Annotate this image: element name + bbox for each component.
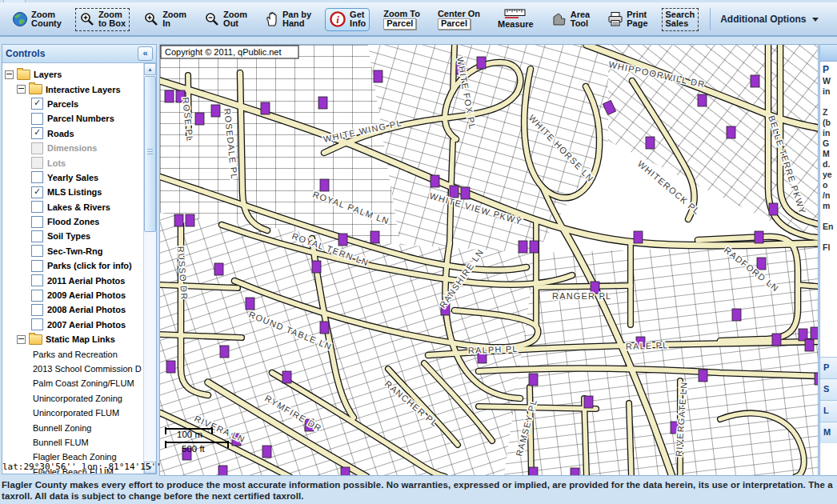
static-link-2013-school-commission-d[interactable]: 2013 School Commission D xyxy=(2,362,143,376)
mls-parcel[interactable] xyxy=(220,346,229,358)
mls-parcel[interactable] xyxy=(727,126,735,138)
search-sales-button[interactable]: SearchSales xyxy=(662,8,699,31)
collapse-panel-button[interactable]: « xyxy=(138,46,153,61)
layer-item-yearly-sales[interactable]: Yearly Sales xyxy=(2,170,143,185)
checkbox-unchecked[interactable] xyxy=(31,113,43,125)
tree-folder-interactive-layers[interactable]: Interactive Layers xyxy=(2,82,143,96)
additional-options-menu[interactable]: Additional Options xyxy=(720,14,818,25)
print-page-button[interactable]: PrintPage xyxy=(603,8,651,31)
layer-item-mls-listings[interactable]: MLS Listings xyxy=(2,185,143,199)
mls-parcel[interactable] xyxy=(186,214,194,226)
mls-parcel[interactable] xyxy=(584,396,593,408)
layer-item-parcels[interactable]: Parcels xyxy=(2,97,143,111)
mls-parcel[interactable] xyxy=(461,187,470,199)
mls-parcel[interactable] xyxy=(519,241,527,253)
layer-item-2007-aerial-photos[interactable]: 2007 Aerial Photos xyxy=(2,318,143,332)
collapse-minus-icon[interactable] xyxy=(5,70,14,79)
mls-parcel[interactable] xyxy=(477,57,486,69)
mls-parcel[interactable] xyxy=(529,467,538,475)
mls-parcel[interactable] xyxy=(815,373,818,385)
mls-parcel[interactable] xyxy=(755,231,763,243)
mls-parcel[interactable] xyxy=(341,467,350,475)
mls-parcel[interactable] xyxy=(769,203,778,215)
mls-parcel[interactable] xyxy=(320,179,329,191)
static-link-palm-coast-zoning-flum[interactable]: Palm Coast Zoning/FLUM xyxy=(2,376,143,390)
zoom-in-button[interactable]: ZoomIn xyxy=(139,8,190,31)
static-link-unincorporated-zoning[interactable]: Unincorporated Zoning xyxy=(2,391,143,406)
mls-parcel[interactable] xyxy=(166,361,175,373)
layer-item-2011-aerial-photos[interactable]: 2011 Aerial Photos xyxy=(2,273,143,287)
layer-item-sec-twn-rng[interactable]: Sec-Twn-Rng xyxy=(2,244,143,258)
collapse-minus-icon[interactable] xyxy=(17,85,26,94)
layer-item-lots[interactable]: Lots xyxy=(2,155,143,170)
checkbox-unchecked[interactable] xyxy=(31,171,43,183)
mls-parcel[interactable] xyxy=(262,446,271,458)
mls-parcel[interactable] xyxy=(732,309,741,321)
sidebar-scrollbar[interactable]: ▲ ▼ xyxy=(143,63,156,474)
checkbox-unchecked[interactable] xyxy=(31,245,43,257)
layer-item-2009-aerial-photos[interactable]: 2009 Aerial Photos xyxy=(2,288,143,302)
layer-item-parcel-numbers[interactable]: Parcel Numbers xyxy=(2,111,143,126)
pan-by-hand-button[interactable]: Pan byHand xyxy=(261,8,315,31)
checkbox-unchecked[interactable] xyxy=(31,201,43,213)
checkbox-unchecked[interactable] xyxy=(31,318,43,330)
mls-parcel[interactable] xyxy=(320,322,329,334)
mls-parcel[interactable] xyxy=(530,241,539,253)
static-link-bunnell-zoning[interactable]: Bunnell Zoning xyxy=(2,420,143,434)
checkbox-unchecked[interactable] xyxy=(31,274,43,286)
static-link-parks-and-recreation[interactable]: Parks and Recreation xyxy=(2,346,143,361)
tree-folder-static-map-links[interactable]: Static Map Links xyxy=(2,332,143,346)
checkbox-checked[interactable] xyxy=(31,98,43,110)
mls-parcel[interactable] xyxy=(246,298,254,310)
scroll-up-button[interactable]: ▲ xyxy=(144,63,156,75)
info-panel-section-header[interactable]: P xyxy=(820,357,837,378)
mls-parcel[interactable] xyxy=(318,97,327,109)
mls-parcel[interactable] xyxy=(699,370,707,382)
zoom-to-box-button[interactable]: Zoomto Box xyxy=(75,8,130,31)
mls-parcel[interactable] xyxy=(698,94,707,106)
checkbox-unchecked[interactable] xyxy=(31,260,43,272)
checkbox-unchecked[interactable] xyxy=(31,304,43,316)
checkbox-checked[interactable] xyxy=(31,127,43,139)
center-on-parcel-button[interactable]: Center OnParcel xyxy=(434,7,484,32)
scrollbar-thumb[interactable] xyxy=(144,76,156,232)
tree-folder-layers[interactable]: Layers xyxy=(2,67,143,82)
layer-item-roads[interactable]: Roads xyxy=(2,126,143,141)
mls-parcel[interactable] xyxy=(312,261,321,273)
checkbox-unchecked[interactable] xyxy=(31,216,43,228)
zoom-out-button[interactable]: ZoomOut xyxy=(200,8,251,31)
measure-button[interactable]: Measure xyxy=(494,6,538,32)
mls-parcel[interactable] xyxy=(338,234,347,246)
parcel-map-svg[interactable]: WHITE WING PLWHITE FOX PLWHIPPOORWILL DR… xyxy=(160,45,818,475)
layer-item-parks-click-for-info-[interactable]: Parks (click for info) xyxy=(2,258,143,273)
zoom-to-parcel-button[interactable]: Zoom ToParcel xyxy=(379,7,424,32)
info-panel-section-header[interactable]: M xyxy=(820,422,837,443)
mls-parcel[interactable] xyxy=(174,214,183,226)
mls-parcel[interactable] xyxy=(571,468,579,475)
mls-parcel[interactable] xyxy=(218,466,227,475)
mls-parcel[interactable] xyxy=(370,231,379,243)
static-link-bunnell-flum[interactable]: Bunnell FLUM xyxy=(2,435,143,450)
zoom-county-button[interactable]: ZoomCounty xyxy=(8,8,66,31)
mls-parcel[interactable] xyxy=(529,374,538,386)
map-canvas[interactable]: WHITE WING PLWHITE FOX PLWHIPPOORWILL DR… xyxy=(159,44,819,476)
area-tool-button[interactable]: AreaTool xyxy=(547,8,594,31)
mls-parcel[interactable] xyxy=(374,70,382,82)
info-panel-section-header[interactable]: L xyxy=(820,400,837,422)
mls-parcel[interactable] xyxy=(165,90,174,102)
get-info-button[interactable]: iGetInfo xyxy=(325,8,370,31)
mls-parcel[interactable] xyxy=(431,175,439,187)
mls-parcel[interactable] xyxy=(214,263,223,275)
layer-item-soil-types[interactable]: Soil Types xyxy=(2,229,143,243)
mls-parcel[interactable] xyxy=(751,75,759,87)
static-link-unincorporated-flum[interactable]: Unincorporated FLUM xyxy=(2,406,143,420)
mls-parcel[interactable] xyxy=(211,105,220,117)
mls-parcel[interactable] xyxy=(646,137,655,149)
mls-parcel[interactable] xyxy=(811,327,818,339)
mls-parcel[interactable] xyxy=(261,102,270,114)
layer-item-flood-zones[interactable]: Flood Zones xyxy=(2,214,143,229)
checkbox-checked[interactable] xyxy=(31,186,43,198)
layer-item-dimensions[interactable]: Dimensions xyxy=(2,141,143,155)
mls-parcel[interactable] xyxy=(772,334,781,346)
mls-parcel[interactable] xyxy=(282,371,291,383)
